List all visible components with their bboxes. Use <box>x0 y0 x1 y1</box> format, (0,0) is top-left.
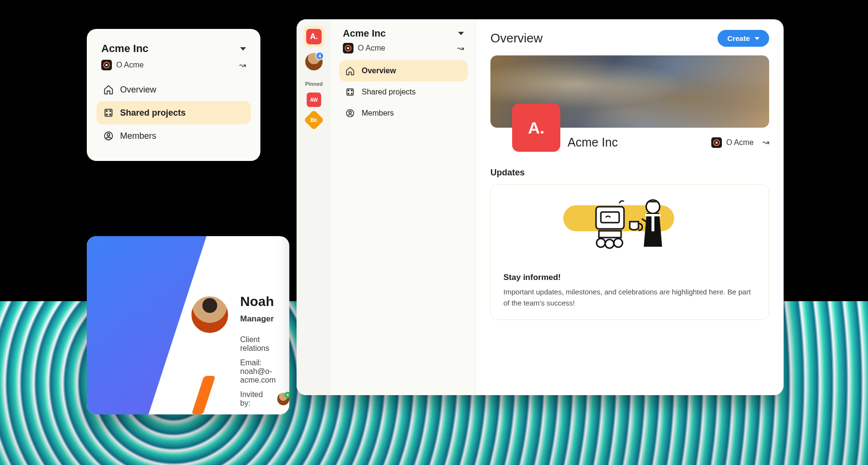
svg-point-19 <box>614 239 623 247</box>
person-icon <box>103 131 114 141</box>
profile-accent-stripe <box>191 376 216 414</box>
svg-point-9 <box>351 90 352 91</box>
invited-by-label: Invited by: <box>240 390 274 408</box>
nav-item-overview[interactable]: Overview <box>339 60 468 81</box>
nav-item-members[interactable]: Members <box>339 103 468 124</box>
workspace-sub-label: O Acme <box>358 44 385 53</box>
workspace-name: Acme Inc <box>101 42 149 55</box>
workspace-sub[interactable]: O Acme <box>343 43 385 53</box>
main-panel: A. 4 Pinned AW Bb Acme Inc O Acme ↝ Over… <box>297 19 784 395</box>
svg-point-18 <box>605 239 614 248</box>
nav-label: Members <box>362 109 394 118</box>
workspace-selector[interactable]: Acme Inc <box>96 42 251 55</box>
svg-point-8 <box>348 90 349 91</box>
workspace-sub-row: O Acme ↝ <box>339 39 468 60</box>
route-icon[interactable]: ↝ <box>762 137 769 147</box>
updates-text: Important updates, milestones, and celeb… <box>503 286 756 309</box>
nav-item-overview[interactable]: Overview <box>96 78 251 101</box>
main-content: Overview Create A. Acme Inc O Acme ↝ Upd… <box>476 19 784 395</box>
svg-point-11 <box>351 93 352 94</box>
home-icon <box>103 84 114 95</box>
chevron-down-icon <box>755 37 760 40</box>
profile-role: Manager <box>240 314 289 324</box>
updates-title: Stay informed! <box>503 273 756 282</box>
create-button[interactable]: Create <box>718 30 769 47</box>
main-header: Overview Create <box>490 30 769 47</box>
nav-item-shared-projects[interactable]: Shared projects <box>339 81 468 103</box>
home-icon <box>345 66 355 76</box>
svg-point-10 <box>348 93 349 94</box>
person-icon <box>345 108 355 119</box>
profile-name: Noah <box>240 294 289 309</box>
updates-illustration <box>491 185 769 262</box>
nodes-icon <box>103 107 114 118</box>
svg-point-2 <box>109 110 110 111</box>
svg-rect-16 <box>599 231 621 238</box>
org-sub[interactable]: O Acme <box>711 137 754 148</box>
rail-logo[interactable]: A. <box>303 26 325 47</box>
nav-label: Shared projects <box>120 108 186 118</box>
profile-department: Client relations <box>240 335 289 353</box>
org-logo: A. <box>512 104 560 152</box>
sidebar: Acme Inc O Acme ↝ Overview Shared projec… <box>331 19 476 395</box>
workspace-sub-row: O Acme ↝ <box>96 55 251 78</box>
svg-point-3 <box>106 114 107 115</box>
svg-point-4 <box>109 114 110 115</box>
rail-logo-text: A. <box>306 29 322 44</box>
profile-invited-by: Invited by: <box>240 390 289 408</box>
notification-badge: 4 <box>315 52 324 60</box>
chevron-down-icon <box>240 47 246 51</box>
svg-rect-21 <box>651 214 654 231</box>
workspace-selector[interactable]: Acme Inc <box>339 28 468 39</box>
workspace-sub-icon <box>343 43 353 53</box>
svg-point-1 <box>106 110 107 111</box>
rail: A. 4 Pinned AW Bb <box>297 19 331 395</box>
rail-pinned-heading: Pinned <box>305 81 323 87</box>
nav-label: Overview <box>120 85 156 95</box>
pinned-item-aw[interactable]: AW <box>307 93 321 107</box>
nav-label: Overview <box>362 66 396 75</box>
nav-item-shared-projects[interactable]: Shared projects <box>96 101 251 124</box>
nav-label: Shared projects <box>362 88 416 96</box>
avatar <box>189 294 231 335</box>
svg-point-13 <box>349 111 352 113</box>
nav-item-members[interactable]: Members <box>96 124 251 147</box>
profile-email: Email: noah@o-acme.com <box>240 359 289 385</box>
svg-point-6 <box>107 133 110 136</box>
org-sub-label: O Acme <box>726 138 754 147</box>
workspace-sub-icon <box>101 60 112 70</box>
chevron-down-icon <box>458 32 464 35</box>
inviter-avatar[interactable] <box>277 393 289 405</box>
route-icon[interactable]: ↝ <box>239 60 246 70</box>
updates-card: Stay informed! Important updates, milest… <box>490 185 769 320</box>
rail-avatar[interactable]: 4 <box>305 53 323 70</box>
workspace-name: Acme Inc <box>343 28 386 39</box>
svg-point-17 <box>597 239 605 247</box>
profile-card: Noah Manager Client relations Email: noa… <box>87 236 289 414</box>
nodes-icon <box>345 87 355 97</box>
nav-label: Members <box>120 131 156 141</box>
workspace-sub-label: O Acme <box>116 61 144 69</box>
route-icon[interactable]: ↝ <box>457 43 464 53</box>
workspace-sub[interactable]: O Acme <box>101 60 144 70</box>
sidebar-card-compact: Acme Inc O Acme ↝ Overview Shared projec… <box>87 29 260 161</box>
org-name: Acme Inc <box>568 135 703 149</box>
workspace-sub-icon <box>711 137 722 148</box>
page-title: Overview <box>490 31 542 46</box>
svg-rect-22 <box>645 214 661 216</box>
pinned-item-bb[interactable]: Bb <box>304 110 324 130</box>
create-button-label: Create <box>727 34 750 42</box>
updates-heading: Updates <box>490 168 769 178</box>
